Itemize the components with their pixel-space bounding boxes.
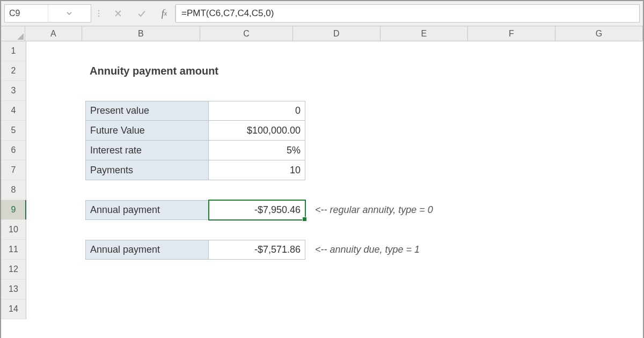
cell-b11[interactable]: Annual payment bbox=[85, 240, 209, 260]
cell-b4[interactable]: Present value bbox=[85, 101, 209, 121]
row-headers: 1 2 3 4 5 6 7 8 9 10 11 12 13 14 bbox=[1, 41, 26, 319]
spreadsheet-grid[interactable]: A B C D E F G 1 2 3 4 5 6 7 8 9 10 11 12… bbox=[1, 26, 643, 338]
cell-b9[interactable]: Annual payment bbox=[85, 200, 209, 220]
name-box-dropdown[interactable] bbox=[48, 5, 91, 22]
col-header-F[interactable]: F bbox=[468, 26, 555, 41]
formula-bar-spacer bbox=[91, 1, 106, 26]
row-header-3[interactable]: 3 bbox=[1, 81, 26, 101]
cell-d11-note[interactable]: <-- annuity due, type = 1 bbox=[311, 240, 493, 260]
row-header-6[interactable]: 6 bbox=[1, 141, 26, 160]
row-header-10[interactable]: 10 bbox=[1, 220, 26, 240]
row-header-14[interactable]: 14 bbox=[1, 299, 26, 319]
formula-input[interactable]: =PMT(C6,C7,C4,C5,0) bbox=[175, 4, 640, 23]
row-header-2[interactable]: 2 bbox=[1, 61, 26, 81]
col-header-C[interactable]: C bbox=[200, 26, 293, 41]
cell-d9-note[interactable]: <-- regular annuity, type = 0 bbox=[311, 200, 493, 220]
cell-b6[interactable]: Interest rate bbox=[85, 141, 209, 160]
cancel-icon[interactable] bbox=[106, 1, 130, 26]
row-header-8[interactable]: 8 bbox=[1, 180, 26, 200]
cell-c4[interactable]: 0 bbox=[209, 101, 305, 121]
svg-point-0 bbox=[98, 10, 99, 11]
col-header-G[interactable]: G bbox=[555, 26, 643, 41]
row-header-7[interactable]: 7 bbox=[1, 160, 26, 180]
column-headers: A B C D E F G bbox=[1, 26, 643, 41]
row-header-1[interactable]: 1 bbox=[1, 41, 26, 61]
row-header-5[interactable]: 5 bbox=[1, 121, 26, 141]
cell-c5[interactable]: $100,000.00 bbox=[209, 121, 305, 141]
col-header-A[interactable]: A bbox=[25, 26, 82, 41]
app-root: { "nameBox": "C9", "formula": "=PMT(C6,C… bbox=[0, 0, 644, 338]
formula-bar-buttons: fx bbox=[106, 1, 175, 26]
cell-b7[interactable]: Payments bbox=[85, 160, 209, 180]
row-header-9[interactable]: 9 bbox=[1, 200, 26, 220]
cell-c11[interactable]: -$7,571.86 bbox=[209, 240, 305, 260]
row-header-13[interactable]: 13 bbox=[1, 280, 26, 299]
cell-c7[interactable]: 10 bbox=[209, 160, 305, 180]
fx-icon[interactable]: fx bbox=[153, 8, 175, 19]
cells-layer: Annuity payment amount Present value 0 F… bbox=[26, 41, 643, 338]
row-header-12[interactable]: 12 bbox=[1, 260, 26, 280]
cell-b5[interactable]: Future Value bbox=[85, 121, 209, 141]
name-box-text: C9 bbox=[5, 9, 48, 18]
cell-c9[interactable]: -$7,950.46 bbox=[209, 200, 305, 220]
cell-title[interactable]: Annuity payment amount bbox=[85, 61, 305, 81]
formula-bar: C9 fx =PMT(C6,C7,C4,C5,0) bbox=[1, 1, 643, 26]
col-header-D[interactable]: D bbox=[293, 26, 380, 41]
cell-c6[interactable]: 5% bbox=[209, 141, 305, 160]
enter-icon[interactable] bbox=[130, 1, 153, 26]
svg-point-2 bbox=[98, 16, 99, 17]
row-header-4[interactable]: 4 bbox=[1, 101, 26, 121]
col-header-E[interactable]: E bbox=[380, 26, 468, 41]
col-header-B[interactable]: B bbox=[82, 26, 201, 41]
name-box[interactable]: C9 bbox=[4, 4, 91, 23]
select-all-corner[interactable] bbox=[1, 26, 25, 41]
row-header-11[interactable]: 11 bbox=[1, 240, 26, 260]
svg-point-1 bbox=[98, 13, 99, 14]
